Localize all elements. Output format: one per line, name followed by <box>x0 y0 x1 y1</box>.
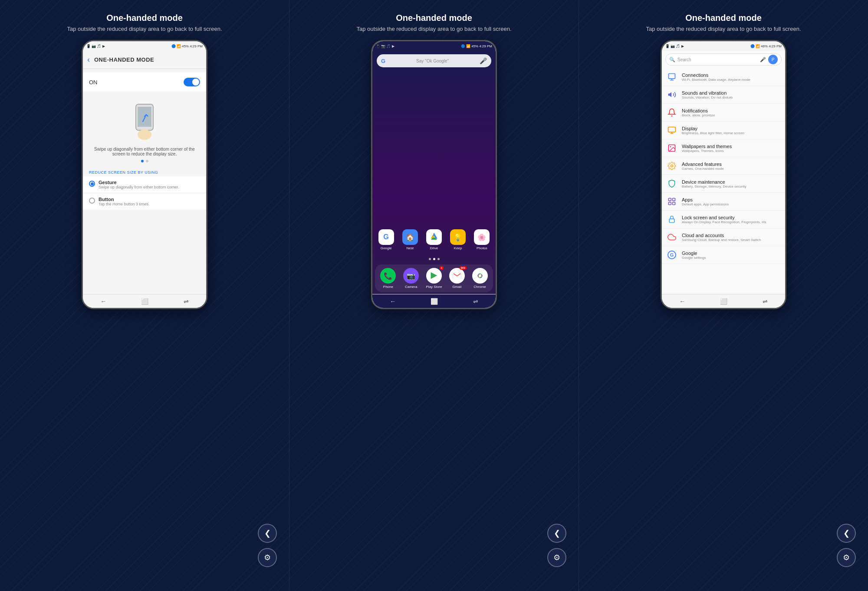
cloud-icon <box>667 233 676 241</box>
time-3: 🔵 📶 46% 4:29 PM <box>750 44 782 48</box>
panel-3-title: One-handed mode <box>685 13 762 23</box>
avatar-letter: P <box>772 57 775 62</box>
dot-1 <box>141 160 144 162</box>
sounds-sub: Sounds, Vibration, Do not disturb <box>682 96 781 99</box>
phone-icon: 📞 <box>384 272 392 280</box>
dock-app-playstore[interactable]: 1 Play Store <box>424 268 444 289</box>
settings-item-google[interactable]: G Google Google settings <box>662 246 785 264</box>
device-maintenance-title: Device maintenance <box>682 179 781 185</box>
settings-item-device-maintenance[interactable]: Device maintenance Battery, Storage, Mem… <box>662 175 785 193</box>
mic-icon[interactable]: 🎤 <box>480 57 487 64</box>
nav-recent-3[interactable]: ⇌ <box>763 298 768 305</box>
button-radio-button[interactable] <box>89 198 95 204</box>
panel-2-title: One-handed mode <box>396 13 472 23</box>
settings-item-notifications[interactable]: Notifications Block, allow, prioritize <box>662 104 785 122</box>
settings-mic-icon[interactable]: 🎤 <box>760 57 766 63</box>
p3-settings-content: 🔍 Search 🎤 P <box>662 51 785 294</box>
dock-app-chrome[interactable]: Chrome <box>470 268 490 289</box>
cloud-icon-wrap <box>666 231 677 243</box>
page-dot-1 <box>429 258 431 260</box>
float-settings-3[interactable]: ⚙ <box>837 548 856 567</box>
p1-page-dots <box>83 160 206 162</box>
settings-search-bar[interactable]: 🔍 Search 🎤 P <box>665 53 782 66</box>
gmail-app-label: Gmail <box>452 285 461 289</box>
settings-item-sounds[interactable]: Sounds and vibration Sounds, Vibration, … <box>662 86 785 104</box>
svg-rect-18 <box>673 202 675 205</box>
advanced-title: Advanced features <box>682 162 781 167</box>
panels-container: One-handed mode Tap outside the reduced … <box>0 0 868 591</box>
cloud-title: Cloud and accounts <box>682 233 781 238</box>
connections-text: Connections Wi-Fi, Bluetooth, Data usage… <box>682 73 781 82</box>
google-search-bar[interactable]: G Say "Ok Google" 🎤 <box>377 54 491 67</box>
gesture-radio-button[interactable] <box>89 181 95 187</box>
float-back-2[interactable]: ❮ <box>547 524 566 543</box>
chrome-app-label: Chrome <box>473 285 486 289</box>
apps-sub: Default apps, App permissions <box>682 202 781 206</box>
nav-back-1[interactable]: ← <box>100 298 106 305</box>
home-app-nest[interactable]: 🏠 Nest <box>400 229 421 250</box>
nav-bar-2: ← ⬜ ⇌ <box>372 294 496 308</box>
playstore-app-label: Play Store <box>426 285 442 289</box>
advanced-text: Advanced features Games, One-handed mode <box>682 162 781 171</box>
gesture-option-text: Gesture Swipe up diagonally from either … <box>99 180 179 189</box>
device-maintenance-text: Device maintenance Battery, Storage, Mem… <box>682 179 781 188</box>
wallpapers-sub: Wallpapers, Themes, Icons <box>682 149 781 153</box>
home-app-google[interactable]: G Google <box>376 229 397 250</box>
settings-item-connections[interactable]: Connections Wi-Fi, Bluetooth, Data usage… <box>662 68 785 86</box>
phone-frame-1: 📱 📷 🎵 ▶ 🔵 📶 45% 4:29 PM ‹ ONE-HANDED MOD… <box>82 40 207 309</box>
nav-back-3[interactable]: ← <box>679 298 685 305</box>
nav-recent-2[interactable]: ⇌ <box>473 298 478 305</box>
float-settings-2[interactable]: ⚙ <box>547 548 566 567</box>
notifications-sub: Block, allow, prioritize <box>682 113 781 117</box>
dock-app-phone[interactable]: 📞 Phone <box>378 268 398 289</box>
notifications-icon-wrap <box>666 107 677 118</box>
phone-app-icon: 📞 <box>380 268 396 284</box>
time-1: 🔵 📶 45% 4:29 PM <box>171 44 203 48</box>
camera-icon: 📷 <box>407 272 415 280</box>
google-settings-icon: G <box>667 251 676 259</box>
float-back-1[interactable]: ❮ <box>258 524 277 543</box>
nest-app-icon: 🏠 <box>402 229 418 245</box>
nav-back-2[interactable]: ← <box>390 298 396 305</box>
nav-home-3[interactable]: ⬜ <box>720 298 727 305</box>
page-dot-3 <box>437 258 440 260</box>
apps-title: Apps <box>682 197 781 202</box>
settings-item-apps[interactable]: Apps Default apps, App permissions <box>662 193 785 211</box>
settings-item-advanced[interactable]: Advanced features Games, One-handed mode <box>662 157 785 175</box>
svg-rect-10 <box>669 74 675 79</box>
device-maintenance-sub: Battery, Storage, Memory, Device securit… <box>682 185 781 188</box>
home-app-drive[interactable]: Drive <box>424 229 444 250</box>
nav-home-1[interactable]: ⬜ <box>141 298 148 305</box>
user-avatar[interactable]: P <box>768 55 778 64</box>
float-settings-1[interactable]: ⚙ <box>258 548 277 567</box>
svg-rect-15 <box>669 198 671 201</box>
p1-on-row: ON <box>83 73 206 92</box>
photos-app-label: Photos <box>477 246 487 250</box>
dock-app-gmail[interactable]: 999 Gmail <box>447 268 467 289</box>
settings-item-lock-screen[interactable]: Lock screen and security Always On Displ… <box>662 211 785 228</box>
svg-point-9 <box>478 274 481 277</box>
settings-item-cloud[interactable]: Cloud and accounts Samsung Cloud, Backup… <box>662 228 785 246</box>
home-app-keep[interactable]: 💡 Keep <box>447 229 468 250</box>
gmail-svg <box>453 272 461 279</box>
float-back-icon-1: ❮ <box>264 528 271 538</box>
home-app-photos[interactable]: 🌸 Photos <box>471 229 492 250</box>
nest-icon: 🏠 <box>406 233 414 241</box>
button-sublabel: Tap the Home button 3 times. <box>99 202 150 206</box>
dock-app-camera[interactable]: 📷 Camera <box>401 268 421 289</box>
p1-header: ‹ ONE-HANDED MODE <box>83 51 206 69</box>
settings-item-wallpapers[interactable]: Wallpapers and themes Wallpapers, Themes… <box>662 139 785 157</box>
button-radio-item[interactable]: Button Tap the Home button 3 times. <box>83 193 206 210</box>
settings-item-display[interactable]: Display Brightness, Blue light filter, H… <box>662 122 785 139</box>
one-handed-toggle[interactable] <box>184 78 200 86</box>
google-app-icon: G <box>378 229 394 245</box>
gesture-radio-item[interactable]: Gesture Swipe up diagonally from either … <box>83 176 206 193</box>
lock-screen-title: Lock screen and security <box>682 215 781 220</box>
nav-recent-1[interactable]: ⇌ <box>184 298 189 305</box>
back-arrow-1[interactable]: ‹ <box>87 55 90 64</box>
nav-home-2[interactable]: ⬜ <box>431 298 438 305</box>
nav-bar-3: ← ⬜ ⇌ <box>662 294 785 308</box>
float-back-3[interactable]: ❮ <box>837 524 856 543</box>
notification-icons-1: 📱 📷 🎵 ▶ <box>86 44 105 48</box>
drive-app-label: Drive <box>430 246 438 250</box>
